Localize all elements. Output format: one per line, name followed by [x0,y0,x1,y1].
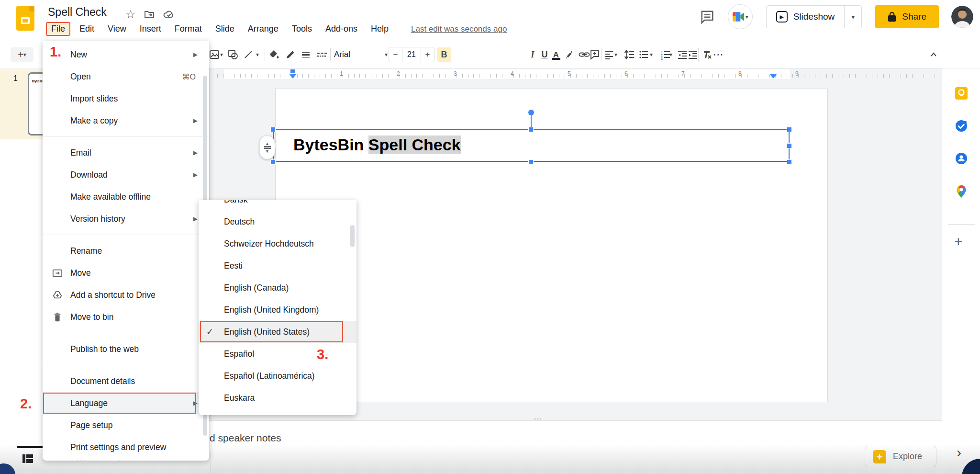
notes-resize-handle[interactable]: ⋯ [534,414,544,424]
file-menu-item-move-to-bin[interactable]: Move to bin [43,306,209,328]
resize-handle-nw[interactable] [270,127,276,132]
border-dash-icon[interactable] [315,47,329,62]
indent-marker-first-line[interactable] [290,69,295,73]
show-side-panel-icon[interactable]: › [957,444,961,461]
border-weight-icon[interactable] [299,47,313,62]
rotate-handle[interactable] [528,110,534,115]
bulleted-list-caret-icon[interactable]: ▾ [647,47,655,62]
decrease-font-button[interactable]: − [389,50,402,59]
numbered-list-caret-icon[interactable]: ▾ [667,47,675,62]
file-menu-item-email[interactable]: Email ▶ [43,142,209,164]
slideshow-button[interactable]: ▶ Slideshow ▾ [766,5,862,28]
insert-image-caret-icon[interactable]: ▾ [218,47,225,62]
language-item-english-united-kingdom[interactable]: English (United Kingdom) [199,299,356,321]
last-edit-link[interactable]: Last edit was seconds ago [411,24,507,34]
selected-slide-row[interactable]: 1 BytesBin [0,69,43,139]
more-options-icon[interactable]: ⋯ [711,47,725,62]
resize-handle-sw[interactable] [270,159,276,165]
google-meet-button[interactable]: ▾ [728,4,753,29]
language-item-euskara[interactable]: Euskara [199,387,356,409]
maps-icon[interactable] [954,184,969,199]
menu-format[interactable]: Format [170,22,206,36]
hide-menus-icon[interactable] [926,47,941,62]
menu-bar: File Edit View Insert Format Slide Arran… [46,22,507,36]
document-title[interactable]: Spell Check [48,6,107,19]
contacts-icon[interactable] [954,151,969,166]
language-menu-scrollbar[interactable] [350,225,355,247]
bold-button[interactable]: B [437,47,451,62]
cloud-saved-icon[interactable] [163,9,175,20]
menu-tools[interactable]: Tools [288,22,316,36]
file-menu-item-move[interactable]: Move [43,262,209,284]
menu-file[interactable]: File [46,22,70,36]
file-menu-item-rename[interactable]: Rename [43,240,209,262]
file-menu-item-version-history[interactable]: Version history ▶ [43,208,209,230]
indent-marker-left[interactable] [289,74,297,79]
resize-handle-n[interactable] [528,127,534,132]
toolbar-separator [576,48,576,61]
file-menu-item-download[interactable]: Download ▶ [43,164,209,186]
line-spacing-icon[interactable] [622,47,636,62]
file-menu-item-add-shortcut-to-drive[interactable]: Add a shortcut to Drive [43,284,209,306]
menu-help[interactable]: Help [367,22,393,36]
new-slide-button[interactable]: +▾ [11,47,33,62]
menu-edit[interactable]: Edit [75,22,99,36]
layout-view-icon[interactable] [22,454,33,463]
resize-handle-s[interactable] [528,159,534,165]
language-item-eesti[interactable]: Eesti [199,255,356,277]
insert-shape-icon[interactable] [226,47,240,62]
drag-reorder-handle[interactable]: ▲ ▼ [259,135,275,159]
text-color-button[interactable]: A [549,47,563,62]
slideshow-caret-icon[interactable]: ▾ [845,13,861,21]
account-avatar[interactable] [951,6,973,28]
highlight-color-icon[interactable] [562,47,576,62]
language-item-espanol-latinoamerica[interactable]: Español (Latinoamérica) [199,365,356,387]
font-family-select[interactable]: Arial ▾ [334,47,388,62]
menu-slide[interactable]: Slide [211,22,239,36]
language-item-deutsch[interactable]: Deutsch [199,211,356,233]
share-button[interactable]: Share [875,5,939,28]
language-item-dansk[interactable]: Dansk [199,200,356,211]
slides-logo-icon[interactable] [16,6,34,31]
increase-font-button[interactable]: + [421,50,434,59]
file-menu-item-make-available-offline[interactable]: Make available offline [43,186,209,208]
file-menu-item-print-settings[interactable]: Print settings and preview [43,436,209,458]
insert-line-caret-icon[interactable]: ▾ [254,47,261,62]
file-menu-item-import-slides[interactable]: Import slides [43,88,209,110]
file-menu-item-open[interactable]: Open ⌘O [43,66,209,88]
language-item-english-united-states[interactable]: ✓ English (United States) [199,321,356,343]
star-icon[interactable]: ☆ [125,8,136,21]
file-menu-item-new[interactable]: New ▶ [43,44,209,66]
border-color-icon[interactable] [283,47,298,62]
slide-title-text[interactable]: BytesBin Spell Check [293,135,461,154]
indent-marker-right[interactable] [769,74,777,79]
menu-arrange[interactable]: Arrange [244,22,283,36]
font-size-value[interactable]: 21 [402,47,421,62]
language-item-espanol[interactable]: Español [199,343,356,365]
ruler[interactable]: 1 2 3 4 5 6 7 8 9 [210,69,942,79]
menu-insert[interactable]: Insert [135,22,166,36]
language-item-schweizer-hochdeutsch[interactable]: Schweizer Hochdeutsch [199,233,356,255]
file-menu-item-make-a-copy[interactable]: Make a copy ▶ [43,110,209,132]
language-item-english-canada[interactable]: English (Canada) [199,277,356,299]
fill-color-icon[interactable] [267,47,281,62]
keep-icon[interactable] [954,86,969,101]
file-menu-item-page-setup[interactable]: Page setup [43,414,209,436]
menu-addons[interactable]: Add-ons [321,22,362,36]
resize-handle-e[interactable] [787,143,792,148]
explore-button[interactable]: Explore [865,446,936,467]
file-menu-item-language[interactable]: Language ▶ [43,392,209,414]
comments-icon[interactable] [699,9,715,25]
resize-handle-ne[interactable] [787,127,792,132]
submenu-arrow-icon: ▶ [193,117,198,124]
menu-view[interactable]: View [103,22,131,36]
speaker-notes-panel[interactable] [209,420,942,474]
align-caret-icon[interactable]: ▾ [612,47,620,62]
file-menu-item-document-details[interactable]: Document details [43,370,209,392]
tasks-icon[interactable] [954,119,969,133]
move-folder-icon[interactable] [144,9,155,20]
resize-handle-se[interactable] [787,159,792,165]
add-comment-icon[interactable] [588,47,602,62]
file-menu-item-publish-to-the-web[interactable]: Publish to the web [43,338,209,360]
get-addons-button[interactable]: + [954,234,963,250]
